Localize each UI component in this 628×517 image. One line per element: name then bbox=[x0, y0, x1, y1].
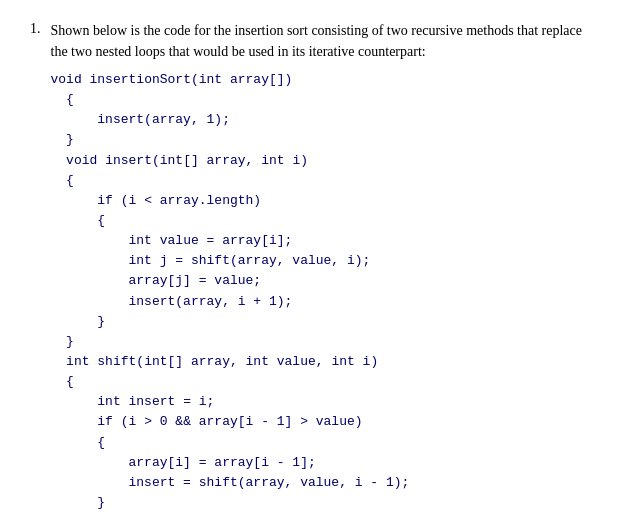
code-block: void insertionSort(int array[]) { insert… bbox=[51, 70, 599, 517]
question-container: 1. Shown below is the code for the inser… bbox=[30, 20, 598, 517]
question-intro: Shown below is the code for the insertio… bbox=[51, 20, 599, 62]
question-number: 1. bbox=[30, 21, 41, 517]
